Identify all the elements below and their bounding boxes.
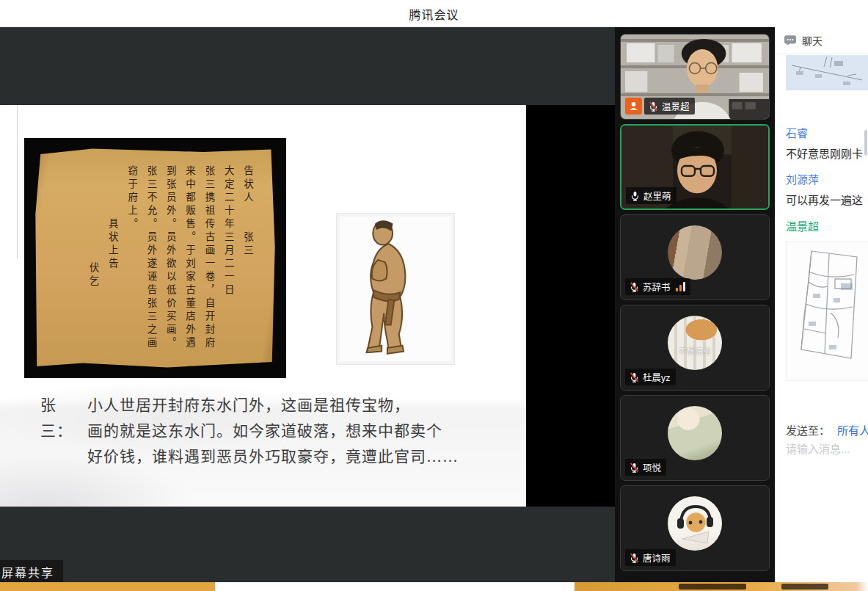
- participant-namebar: 赵里萌: [626, 187, 676, 204]
- send-to-selector[interactable]: 所有人: [837, 422, 868, 438]
- doc-column: 具状上告: [103, 165, 122, 358]
- avatar: [668, 225, 722, 280]
- mic-muted-icon: [629, 281, 640, 293]
- dialog-line: 小人世居开封府东水门外，这画是祖传宝物，: [87, 393, 459, 418]
- participant-namebar: 杜晨yz: [625, 369, 676, 385]
- doc-column: 伏乞: [83, 165, 102, 358]
- participant-tile-duchenyz[interactable]: 不想冻脑 杜晨yz: [620, 305, 770, 391]
- slide-black-margin: [526, 105, 615, 507]
- desktop-strip: [0, 582, 868, 591]
- chat-scrollbar[interactable]: [864, 130, 867, 156]
- slide-dialog-text: 张三： 小人世居开封府东水门外，这画是祖传宝物， 画的就是这东水门。如今家道破落…: [40, 393, 492, 470]
- chat-map-image-attachment[interactable]: [786, 242, 868, 381]
- window-title: 腾讯会议: [409, 5, 459, 23]
- tencent-meeting-window: 腾讯会议 告状人 张三 大定二十年三月二一日 张三携祖传古画一卷，自开封府 来中…: [0, 0, 868, 591]
- desktop-painting-left: [0, 582, 215, 591]
- robed-figure-drawing: [337, 214, 454, 364]
- mic-muted-icon: [629, 371, 640, 383]
- doc-column: 大定二十年三月二一日: [218, 165, 237, 358]
- participant-tile-wenjingchao[interactable]: 温景超: [620, 34, 770, 120]
- send-to-label: 发送至：: [786, 422, 830, 438]
- chat-sender: 石睿: [786, 125, 808, 140]
- chat-message: 不好意思刚刚卡: [786, 145, 868, 161]
- doc-column: 张三携祖传古画一卷，自开封府: [199, 165, 218, 358]
- participant-tile-sucishu[interactable]: 苏辞书: [620, 214, 770, 300]
- participant-namebar: 温景超: [625, 98, 695, 115]
- participant-namebar: 苏辞书: [625, 278, 690, 295]
- doc-column: 张三不允。员外遂诬告张三之画: [141, 165, 160, 358]
- doc-column: 告状人 张三: [238, 165, 257, 358]
- mic-on-icon: [630, 190, 641, 202]
- document-vertical-text: 告状人 张三 大定二十年三月二一日 张三携祖传古画一卷，自开封府 来中都贩售。于…: [54, 165, 257, 358]
- mic-muted-icon: [648, 101, 659, 112]
- chat-bubble-icon: [784, 35, 797, 46]
- screen-share-view: 告状人 张三 大定二十年三月二一日 张三携祖传古画一卷，自开封府 来中都贩售。于…: [0, 27, 615, 582]
- doc-column: 到张员外。员外欲以低价买画。: [160, 165, 179, 358]
- cat-headphones-avatar-art: [668, 496, 722, 551]
- chat-sender-self: 温景超: [786, 218, 819, 233]
- map-sketch-art: [786, 55, 868, 90]
- avatar: 不想冻脑: [668, 316, 722, 370]
- complaint-document-image: 告状人 张三 大定二十年三月二一日 张三携祖传古画一卷，自开封府 来中都贩售。于…: [24, 138, 286, 378]
- chat-message: 可以再发一遍这: [786, 192, 868, 207]
- participant-name: 唐诗雨: [643, 551, 671, 565]
- document-paper: 告状人 张三 大定二十年三月二一日 张三携祖传古画一卷，自开封府 来中都贩售。于…: [34, 148, 276, 369]
- participant-name: 赵里萌: [643, 189, 671, 203]
- figure-illustration: [336, 213, 455, 365]
- chat-sender: 刘源萍: [786, 171, 819, 186]
- send-to-row: 发送至： 所有人: [786, 422, 868, 438]
- participant-panel: 温景超: [615, 27, 775, 582]
- participant-tile-tangshiyu[interactable]: 唐诗雨: [620, 485, 770, 571]
- network-signal-icon: [676, 282, 685, 291]
- desktop-painting-right: [575, 582, 868, 591]
- participant-namebar: 唐诗雨: [625, 549, 676, 566]
- window-titlebar: 腾讯会议: [0, 0, 868, 27]
- doc-column: 来中都贩售。于刘家古董店外遇: [180, 165, 199, 358]
- avatar: [668, 496, 722, 551]
- participant-name: 温景超: [662, 99, 690, 113]
- chat-header: 聊天: [776, 27, 868, 54]
- mic-muted-icon: [629, 552, 640, 564]
- chat-title: 聊天: [802, 33, 823, 48]
- slide-edge-line: [17, 105, 18, 259]
- mic-muted-icon: [629, 462, 640, 474]
- avatar-overlay-text: 不想冻脑: [668, 345, 722, 356]
- screen-share-label: 屏幕共享: [0, 560, 63, 582]
- participant-name: 项悦: [643, 460, 661, 474]
- dialog-line: 好价钱，谁料遇到恶员外巧取豪夺，竟遭此官司……: [87, 444, 459, 470]
- presentation-slide: 告状人 张三 大定二十年三月二一日 张三携祖传古画一卷，自开封府 来中都贩售。于…: [0, 105, 526, 507]
- dialog-speaker: 张三：: [40, 393, 87, 470]
- chat-image-attachment[interactable]: [786, 55, 868, 90]
- painting-dark-mark: [679, 584, 746, 590]
- participant-namebar: 项悦: [625, 459, 666, 476]
- participant-name: 苏辞书: [643, 280, 671, 294]
- host-badge-icon: [625, 98, 642, 115]
- participant-name: 杜晨yz: [643, 370, 671, 384]
- chat-panel: 聊天 石睿 不好意思刚刚卡 刘源萍 可以再发一遍这 温景超: [775, 27, 868, 582]
- participant-tile-xiangyue[interactable]: 项悦: [620, 395, 770, 481]
- city-map-art: [787, 242, 868, 380]
- chat-message-input[interactable]: [786, 443, 867, 455]
- doc-column: 窃于府上。: [122, 165, 141, 358]
- dialog-lines: 小人世居开封府东水门外，这画是祖传宝物， 画的就是这东水门。如今家道破落，想来中…: [87, 393, 459, 470]
- avatar: [668, 406, 722, 460]
- painting-dark-mark: [781, 584, 828, 590]
- dialog-line: 画的就是这东水门。如今家道破落，想来中都卖个: [87, 418, 459, 444]
- participant-tile-zhaolimeng[interactable]: 赵里萌: [620, 124, 770, 210]
